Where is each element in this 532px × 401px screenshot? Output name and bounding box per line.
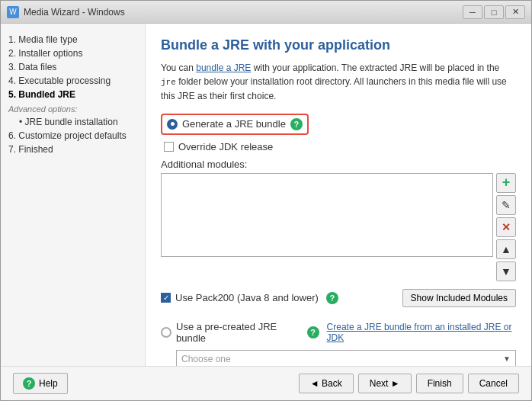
generate-jre-help-icon[interactable]: ? — [290, 118, 303, 130]
content-area: Bundle a JRE with your application You c… — [146, 24, 531, 366]
bottom-left: ? Help — [13, 373, 68, 394]
main-content: 1. Media file type 2. Installer options … — [1, 24, 531, 366]
sidebar-item-bundled-jre[interactable]: 5. Bundled JRE — [8, 88, 137, 101]
page-title: Bundle a JRE with your application — [161, 37, 516, 53]
minimize-button[interactable]: ─ — [463, 5, 482, 19]
title-bar: W Media Wizard - Windows ─ □ ✕ — [1, 1, 531, 24]
bundle-jre-link[interactable]: bundle a JRE — [196, 63, 251, 73]
show-included-modules-button[interactable]: Show Included Modules — [402, 289, 516, 307]
pack200-row: Use Pack200 (Java 8 and lower) ? Show In… — [161, 289, 516, 307]
generate-jre-radio-row[interactable]: Generate a JRE bundle ? — [161, 114, 309, 135]
window: W Media Wizard - Windows ─ □ ✕ 1. Media … — [0, 0, 532, 401]
modules-buttons: + ✎ ✕ ▲ ▼ — [496, 173, 516, 281]
pre-created-radio[interactable] — [161, 327, 171, 338]
help-icon: ? — [23, 377, 35, 390]
next-button[interactable]: Next ► — [358, 374, 412, 393]
generate-option-group: Generate a JRE bundle ? Override JDK rel… — [161, 114, 516, 315]
sidebar-item-installer-options[interactable]: 2. Installer options — [8, 47, 137, 60]
pre-created-link[interactable]: Create a JRE bundle from an installed JR… — [327, 322, 516, 343]
help-label: Help — [39, 378, 58, 389]
sidebar-item-jre-bundle-installation[interactable]: JRE bundle installation — [8, 115, 137, 129]
generate-jre-label: Generate a JRE bundle — [182, 118, 286, 130]
bottom-bar: ? Help ◄ Back Next ► Finish Cancel — [1, 366, 531, 400]
desc-post1: with your application. The extracted JRE… — [251, 63, 499, 73]
sidebar-item-data-files[interactable]: 3. Data files — [8, 60, 137, 74]
window-title: Media Wizard - Windows — [24, 7, 125, 18]
title-bar-left: W Media Wizard - Windows — [7, 6, 125, 18]
pack200-help-icon[interactable]: ? — [326, 292, 338, 304]
override-jdk-checkbox[interactable] — [164, 142, 174, 152]
jre-dropdown[interactable]: Choose one ▼ — [176, 350, 516, 367]
desc-post2: folder below your installation root dire… — [161, 76, 507, 101]
pack200-checkbox[interactable] — [161, 293, 171, 303]
cancel-button[interactable]: Cancel — [468, 374, 519, 393]
modules-textarea[interactable] — [161, 173, 493, 257]
back-button[interactable]: ◄ Back — [299, 374, 354, 393]
dropdown-placeholder: Choose one — [181, 354, 231, 364]
sidebar-item-customize-defaults[interactable]: 6. Customize project defaults — [8, 129, 137, 143]
close-button[interactable]: ✕ — [505, 5, 525, 19]
sidebar-item-executable-processing[interactable]: 4. Executable processing — [8, 74, 137, 88]
jre-code: jre — [161, 78, 176, 87]
description: You can bundle a JRE with your applicati… — [161, 61, 516, 103]
add-module-button[interactable]: + — [496, 173, 516, 193]
window-icon: W — [7, 6, 19, 18]
maximize-button[interactable]: □ — [484, 5, 504, 19]
modules-area: + ✎ ✕ ▲ ▼ — [161, 173, 516, 281]
pre-created-row: Use a pre-created JRE bundle ? Create a … — [161, 321, 516, 344]
sidebar-item-finished[interactable]: 7. Finished — [8, 143, 137, 156]
pre-created-label: Use a pre-created JRE bundle — [176, 321, 300, 344]
edit-module-button[interactable]: ✎ — [496, 195, 516, 215]
modules-label: Additional modules: — [161, 159, 516, 170]
sidebar: 1. Media file type 2. Installer options … — [1, 24, 146, 366]
title-bar-controls: ─ □ ✕ — [463, 5, 525, 19]
dropdown-arrow-icon: ▼ — [503, 354, 511, 363]
dropdown-row: Choose one ▼ — [161, 350, 516, 367]
radio-inner — [171, 122, 175, 126]
desc-pre: You can — [161, 63, 196, 73]
generate-jre-radio[interactable] — [167, 119, 178, 130]
advanced-options-label: Advanced options: — [8, 104, 137, 114]
move-down-button[interactable]: ▼ — [496, 261, 516, 281]
pre-created-help-icon[interactable]: ? — [307, 326, 319, 338]
help-button[interactable]: ? Help — [13, 373, 68, 394]
sidebar-item-media-file-type[interactable]: 1. Media file type — [8, 33, 137, 47]
pack200-label: Use Pack200 (Java 8 and lower) — [175, 292, 319, 303]
finish-button[interactable]: Finish — [416, 374, 463, 393]
override-jdk-row: Override JDK release — [161, 141, 516, 152]
override-jdk-label: Override JDK release — [178, 141, 273, 152]
move-up-button[interactable]: ▲ — [496, 239, 516, 259]
remove-module-button[interactable]: ✕ — [496, 217, 516, 237]
bottom-right: ◄ Back Next ► Finish Cancel — [299, 374, 519, 393]
